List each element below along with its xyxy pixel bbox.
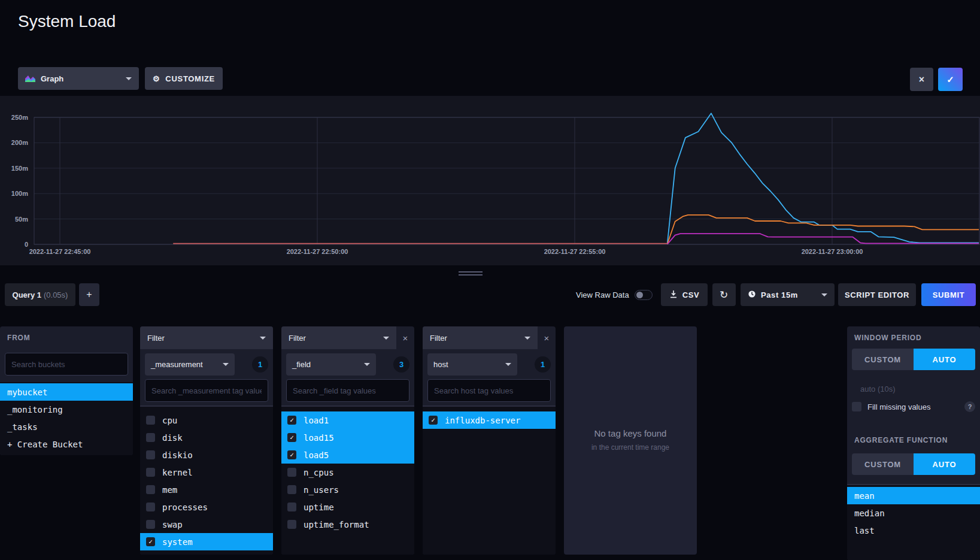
svg-text:0: 0 [25, 241, 28, 248]
filter-type-dropdown[interactable]: Filter [423, 326, 538, 349]
bucket-item[interactable]: _tasks [0, 418, 133, 435]
checkbox[interactable]: ✓ [287, 450, 296, 459]
confirm-button[interactable]: ✓ [938, 68, 963, 91]
chevron-down-icon [821, 293, 827, 296]
tag-value-item[interactable]: uptime [281, 498, 414, 516]
aggregate-function-item[interactable]: median [847, 504, 980, 522]
svg-text:2022-11-27 22:45:00: 2022-11-27 22:45:00 [29, 248, 91, 255]
checkbox[interactable] [146, 468, 155, 477]
time-series-chart[interactable]: 050m100m150m200m250m2022-11-27 22:45:002… [0, 96, 980, 265]
aggregate-function-item[interactable]: mean [847, 487, 980, 504]
chevron-down-icon [505, 363, 511, 366]
checkbox[interactable]: ✓ [146, 537, 155, 546]
visualization-type-dropdown[interactable]: Graph [18, 67, 139, 90]
bucket-search-input[interactable] [5, 353, 128, 376]
tag-value-label: processes [162, 503, 208, 512]
check-icon: ✓ [946, 74, 954, 85]
tag-value-item[interactable]: ✓load5 [281, 446, 414, 464]
empty-subtitle: in the current time range [564, 443, 697, 452]
fill-missing-checkbox[interactable] [852, 402, 861, 411]
checkbox[interactable] [287, 520, 296, 529]
tag-value-label: influxdb-server [445, 416, 520, 425]
svg-text:2022-11-27 22:55:00: 2022-11-27 22:55:00 [544, 248, 606, 255]
checkbox[interactable] [146, 433, 155, 442]
tag-value-item[interactable]: mem [140, 481, 273, 498]
filter-card: Filter×host1✓influxdb-server [423, 326, 556, 555]
from-bucket-card: FROM mybucket_monitoring_tasks+ Create B… [0, 326, 133, 455]
tag-value-item[interactable]: swap [140, 516, 273, 533]
tag-value-search-input[interactable] [286, 379, 409, 402]
tag-value-item[interactable]: ✓influxdb-server [423, 411, 556, 429]
tag-value-item[interactable]: ✓system [140, 533, 273, 550]
view-raw-data-toggle[interactable] [635, 290, 653, 300]
cancel-button[interactable]: × [910, 68, 933, 91]
checkbox[interactable] [287, 503, 296, 511]
chevron-down-icon [126, 77, 132, 80]
aggregate-function-list: meanmedianlast [847, 484, 980, 560]
tag-value-item[interactable]: uptime_format [281, 516, 414, 533]
add-query-button[interactable]: + [79, 283, 99, 306]
tag-value-item[interactable]: kernel [140, 464, 273, 481]
filter-card: Filter_measurement1cpudiskdiskiokernelme… [140, 326, 273, 555]
tag-value-search-input[interactable] [145, 379, 268, 402]
tag-value-item[interactable]: processes [140, 498, 273, 516]
checkbox[interactable] [146, 503, 155, 511]
tag-value-item[interactable]: ✓load1 [281, 411, 414, 429]
tag-value-label: load1 [304, 416, 329, 425]
checkbox[interactable] [146, 520, 155, 529]
chevron-down-icon [223, 363, 229, 366]
checkbox[interactable] [146, 450, 155, 459]
aggregate-auto-button[interactable]: AUTO [914, 453, 975, 475]
window-period-title: WINDOW PERIOD [854, 334, 921, 342]
filter-type-dropdown[interactable]: Filter [140, 326, 273, 349]
tag-value-search-input[interactable] [427, 379, 551, 402]
remove-filter-button[interactable]: × [396, 326, 414, 349]
bucket-item[interactable]: mybucket [0, 383, 133, 401]
tag-key-dropdown[interactable]: _measurement [145, 353, 235, 376]
query-tab[interactable]: Query 1 (0.05s) [5, 283, 75, 306]
query-duration: (0.05s) [44, 290, 68, 299]
bucket-item[interactable]: _monitoring [0, 401, 133, 418]
download-csv-button[interactable]: CSV [661, 283, 708, 306]
tag-key-dropdown[interactable]: _field [286, 353, 376, 376]
window-period-toggle: CUSTOM AUTO [852, 349, 975, 370]
aggregate-function-item[interactable]: last [847, 522, 980, 539]
tag-value-item[interactable]: cpu [140, 411, 273, 429]
checkbox[interactable]: ✓ [287, 416, 296, 425]
tag-value-item[interactable]: n_users [281, 481, 414, 498]
remove-filter-button[interactable]: × [538, 326, 556, 349]
chevron-down-icon [260, 337, 266, 340]
script-editor-button[interactable]: SCRIPT EDITOR [838, 283, 916, 306]
filter-card: Filter×_field3✓load1✓load15✓load5n_cpusn… [281, 326, 414, 555]
checkbox[interactable] [146, 485, 155, 494]
bucket-list: mybucket_monitoring_tasks+ Create Bucket [0, 382, 133, 455]
tag-value-list: ✓load1✓load15✓load5n_cpusn_usersuptimeup… [281, 405, 414, 555]
gear-icon: ⚙ [153, 74, 160, 83]
time-range-dropdown[interactable]: Past 15m [741, 283, 835, 306]
tag-value-item[interactable]: n_cpus [281, 464, 414, 481]
checkbox[interactable] [146, 416, 155, 425]
fill-missing-values-row[interactable]: Fill missing values ? [852, 401, 975, 413]
checkbox[interactable]: ✓ [429, 416, 438, 425]
create-bucket-item[interactable]: + Create Bucket [0, 435, 133, 453]
filter-type-dropdown[interactable]: Filter [281, 326, 396, 349]
panel-resize-handle[interactable] [459, 271, 483, 277]
window-custom-button[interactable]: CUSTOM [852, 349, 914, 370]
checkbox[interactable] [287, 485, 296, 494]
customize-button[interactable]: ⚙ CUSTOMIZE [145, 67, 223, 90]
selected-count-badge: 1 [535, 356, 551, 373]
tag-value-item[interactable]: ✓load15 [281, 429, 414, 446]
checkbox[interactable] [287, 468, 296, 477]
help-icon[interactable]: ? [964, 401, 975, 412]
tag-key-dropdown[interactable]: host [427, 353, 517, 376]
aggregation-card: WINDOW PERIOD CUSTOM AUTO auto (10s) Fil… [847, 326, 980, 560]
refresh-button[interactable]: ↻ [712, 283, 736, 306]
window-auto-button[interactable]: AUTO [914, 349, 975, 370]
tag-value-label: n_cpus [304, 468, 334, 477]
checkbox[interactable]: ✓ [287, 433, 296, 442]
tag-value-label: swap [162, 520, 183, 529]
tag-value-item[interactable]: disk [140, 429, 273, 446]
submit-button[interactable]: SUBMIT [921, 283, 976, 306]
tag-value-item[interactable]: diskio [140, 446, 273, 464]
aggregate-custom-button[interactable]: CUSTOM [852, 453, 914, 475]
